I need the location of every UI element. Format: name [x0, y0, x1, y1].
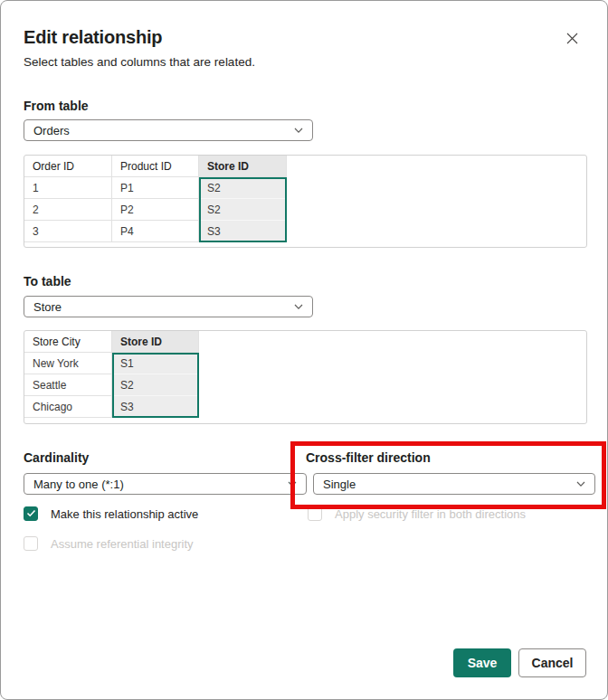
from-table-preview: Order ID Product ID Store ID 1 P1 S2 2 P…	[24, 155, 587, 248]
table-row: 1 P1 S2	[24, 177, 586, 199]
table-row: 2 P2 S2	[24, 199, 586, 221]
column-header[interactable]: Order ID	[24, 156, 112, 177]
dialog-title: Edit relationship	[24, 27, 162, 48]
table-cell[interactable]: Chicago	[24, 396, 112, 418]
cancel-button[interactable]: Cancel	[518, 648, 586, 677]
column-header[interactable]: Product ID	[112, 156, 199, 177]
cancel-button-label: Cancel	[532, 656, 574, 670]
save-button[interactable]: Save	[453, 648, 511, 677]
close-icon	[565, 32, 579, 48]
assume-referential-integrity-label: Assume referential integrity	[51, 536, 194, 553]
cross-filter-direction-label: Cross-filter direction	[306, 450, 431, 465]
table-cell-selected[interactable]: S3	[112, 396, 199, 418]
table-cell[interactable]: New York	[24, 353, 112, 374]
table-cell-selected[interactable]: S2	[199, 199, 287, 221]
apply-security-filter-checkbox	[308, 506, 322, 521]
to-table-label: To table	[24, 274, 71, 289]
table-header-row: Store City Store ID	[24, 331, 586, 353]
table-cell[interactable]: 2	[24, 199, 112, 221]
assume-referential-integrity-checkbox	[24, 536, 38, 551]
table-cell[interactable]: P2	[112, 199, 199, 221]
table-cell[interactable]: P4	[112, 221, 199, 242]
chevron-down-icon	[292, 300, 305, 313]
column-header[interactable]: Store City	[24, 331, 112, 353]
table-cell-selected[interactable]: S3	[199, 221, 287, 242]
table-row: Seattle S2	[24, 374, 586, 396]
table-row: Chicago S3	[24, 396, 586, 418]
table-cell-selected[interactable]: S2	[112, 374, 199, 396]
cross-filter-selected-value: Single	[323, 478, 356, 491]
from-table-label: From table	[24, 99, 89, 113]
check-icon	[26, 506, 36, 522]
column-header-selected[interactable]: Store ID	[199, 156, 287, 177]
cardinality-dropdown[interactable]: Many to one (*:1)	[24, 473, 307, 495]
cardinality-label: Cardinality	[24, 450, 89, 465]
table-cell[interactable]: P1	[112, 177, 199, 199]
table-cell[interactable]: 3	[24, 221, 112, 242]
column-header-selected[interactable]: Store ID	[112, 331, 199, 353]
dialog-subtitle: Select tables and columns that are relat…	[24, 55, 255, 69]
table-cell-selected[interactable]: S1	[112, 353, 199, 374]
chevron-down-icon	[292, 124, 305, 137]
cross-filter-direction-dropdown[interactable]: Single	[313, 473, 595, 495]
chevron-down-icon	[286, 478, 299, 490]
table-header-row: Order ID Product ID Store ID	[24, 156, 586, 177]
table-cell[interactable]: Seattle	[24, 374, 112, 396]
table-row: 3 P4 S3	[24, 221, 586, 242]
make-relationship-active-checkbox[interactable]	[24, 506, 38, 521]
table-cell-selected[interactable]: S2	[199, 177, 287, 199]
cardinality-selected-value: Many to one (*:1)	[33, 478, 124, 491]
close-button[interactable]	[558, 26, 585, 53]
edit-relationship-dialog: Edit relationship Select tables and colu…	[0, 0, 608, 700]
to-table-preview: Store City Store ID New York S1 Seattle …	[24, 330, 587, 424]
apply-security-filter-label: Apply security filter in both directions	[335, 506, 526, 523]
to-table-selected-value: Store	[33, 300, 62, 314]
from-table-dropdown[interactable]: Orders	[24, 119, 313, 141]
chevron-down-icon	[575, 478, 587, 490]
make-relationship-active-label[interactable]: Make this relationship active	[51, 506, 198, 523]
table-row: New York S1	[24, 353, 586, 374]
from-table-selected-value: Orders	[33, 124, 70, 137]
to-table-dropdown[interactable]: Store	[24, 296, 313, 317]
save-button-label: Save	[468, 656, 498, 670]
table-cell[interactable]: 1	[24, 177, 112, 199]
